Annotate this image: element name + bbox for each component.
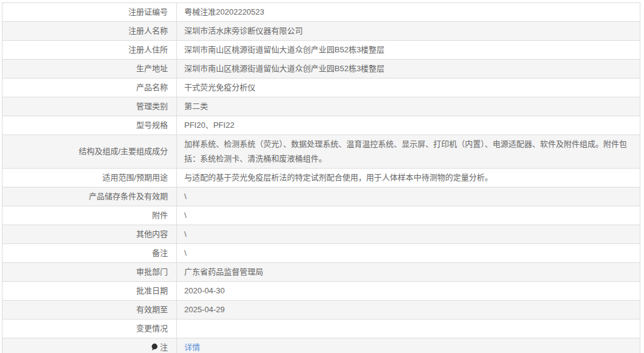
field-label: 备注 bbox=[2, 244, 177, 263]
field-label: 产品储存条件及有效期 bbox=[2, 187, 177, 206]
field-label: 审批部门 bbox=[2, 263, 177, 282]
field-value: 深圳市南山区桃源街道留仙大道众创产业园B52栋3楼整层 bbox=[177, 41, 640, 60]
field-value: \ bbox=[177, 206, 640, 225]
field-value: 2020-04-30 bbox=[177, 282, 640, 301]
field-value: 深圳市南山区桃源街道留仙大道众创产业园B52栋3楼整层 bbox=[177, 60, 640, 79]
field-value: 加样系统、检测系统（荧光）、数据处理系统、温育温控系统、显示屏、打印机（内置）、… bbox=[177, 135, 640, 169]
field-label: 注册人名称 bbox=[2, 22, 177, 41]
table-row: 产品储存条件及有效期\ bbox=[2, 187, 640, 206]
details-link[interactable]: 详情 bbox=[184, 343, 200, 352]
field-value: 广东省药品监督管理局 bbox=[177, 263, 640, 282]
field-label: 产品名称 bbox=[2, 79, 177, 97]
table-row: 型号规格PFI20、PFI22 bbox=[2, 116, 640, 135]
field-value: 粤械注准20202220523 bbox=[177, 3, 640, 22]
field-value: 2025-04-29 bbox=[177, 301, 640, 320]
field-value: PFI20、PFI22 bbox=[177, 116, 640, 135]
table-row: 注册证编号粤械注准20202220523 bbox=[2, 3, 640, 22]
table-row: 管理类别第二类 bbox=[2, 97, 640, 116]
table-row: 注册人住所深圳市南山区桃源街道留仙大道众创产业园B52栋3楼整层 bbox=[2, 41, 640, 60]
field-label: 适用范围/预期用途 bbox=[2, 169, 177, 187]
registration-info-table: 注册证编号粤械注准20202220523注册人名称深圳市活水床旁诊断仪器有限公司… bbox=[2, 2, 640, 353]
field-label: 注册人住所 bbox=[2, 41, 177, 60]
field-label: 批准日期 bbox=[2, 282, 177, 301]
field-value bbox=[177, 320, 640, 338]
field-value: \ bbox=[177, 225, 640, 244]
note-icon bbox=[151, 343, 158, 351]
field-value: 与适配的基于荧光免疫层析法的特定试剂配合使用，用于人体样本中待测物的定量分析。 bbox=[177, 169, 640, 187]
field-label: 附件 bbox=[2, 206, 177, 225]
page-content: 注册证编号粤械注准20202220523注册人名称深圳市活水床旁诊断仪器有限公司… bbox=[0, 0, 644, 353]
field-label: 型号规格 bbox=[2, 116, 177, 135]
field-label: 有效期至 bbox=[2, 301, 177, 320]
table-row: 其他内容\ bbox=[2, 225, 640, 244]
table-row: 批准日期2020-04-30 bbox=[2, 282, 640, 301]
table-row: 备注\ bbox=[2, 244, 640, 263]
field-label: 其他内容 bbox=[2, 225, 177, 244]
field-value: \ bbox=[177, 244, 640, 263]
table-row: 审批部门广东省药品监督管理局 bbox=[2, 263, 640, 282]
table-row: 产品名称干式荧光免疫分析仪 bbox=[2, 79, 640, 97]
field-value: 深圳市活水床旁诊断仪器有限公司 bbox=[177, 22, 640, 41]
table-row: 注详情 bbox=[2, 338, 640, 353]
field-label: 结构及组成/主要组成成分 bbox=[2, 135, 177, 169]
field-label: 注 bbox=[2, 338, 177, 353]
table-row: 变更情况 bbox=[2, 320, 640, 338]
registration-info-table-body: 注册证编号粤械注准20202220523注册人名称深圳市活水床旁诊断仪器有限公司… bbox=[2, 3, 640, 353]
table-row: 附件\ bbox=[2, 206, 640, 225]
table-row: 适用范围/预期用途与适配的基于荧光免疫层析法的特定试剂配合使用，用于人体样本中待… bbox=[2, 169, 640, 187]
table-row: 生产地址深圳市南山区桃源街道留仙大道众创产业园B52栋3楼整层 bbox=[2, 60, 640, 79]
field-value: 第二类 bbox=[177, 97, 640, 116]
field-value: 干式荧光免疫分析仪 bbox=[177, 79, 640, 97]
field-label: 生产地址 bbox=[2, 60, 177, 79]
table-row: 结构及组成/主要组成成分加样系统、检测系统（荧光）、数据处理系统、温育温控系统、… bbox=[2, 135, 640, 169]
field-label: 变更情况 bbox=[2, 320, 177, 338]
field-value: 详情 bbox=[177, 338, 640, 353]
field-label: 注册证编号 bbox=[2, 3, 177, 22]
table-row: 有效期至2025-04-29 bbox=[2, 301, 640, 320]
field-label: 管理类别 bbox=[2, 97, 177, 116]
table-row: 注册人名称深圳市活水床旁诊断仪器有限公司 bbox=[2, 22, 640, 41]
field-value: \ bbox=[177, 187, 640, 206]
